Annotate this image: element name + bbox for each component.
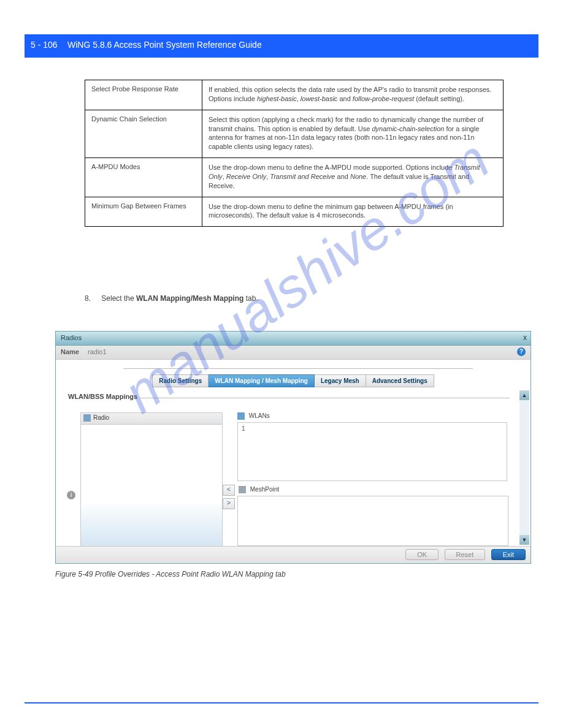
name-value: radio1 [88,348,107,355]
tab-legacy-mesh[interactable]: Legacy Mesh [315,374,366,387]
move-left-button[interactable]: < [223,485,235,496]
wlan-icon [237,412,245,420]
scroll-up-icon[interactable]: ▲ [519,390,529,400]
table-row: Select Probe Response RateIf enabled, th… [85,80,504,110]
step-text-b: tab. [246,294,258,303]
wlans-label-text: WLANs [249,412,270,419]
step-8: 8. Select the WLAN Mapping/Mesh Mapping … [85,294,258,303]
tab-radio-settings[interactable]: Radio Settings [152,374,209,387]
step-number: 8. [85,294,99,303]
param-desc: Use the drop-down menu to define the A-M… [202,158,504,197]
param-desc: Use the drop-down menu to define the min… [202,197,504,227]
tabstrip: Radio Settings WLAN Mapping / Mesh Mappi… [56,374,530,387]
param-desc: Select this option (applying a check mar… [202,110,504,157]
product-title: WiNG 5.8.6 Access Point System Reference… [67,40,262,50]
info-icon: i [67,491,75,499]
name-bar: Name radio1 ? [56,346,530,360]
scroll-track[interactable] [519,400,529,535]
page-header-bar: 5 - 106 WiNG 5.8.6 Access Point System R… [25,34,538,58]
param-name: A-MPDU Modes [85,158,202,197]
dialog-title: Radios [61,334,82,341]
parameter-table: Select Probe Response RateIf enabled, th… [85,80,504,227]
meshpoint-listbox[interactable] [237,496,508,546]
radio-icon [83,414,91,422]
radio-panel[interactable]: Radio [80,412,223,548]
move-buttons: < > [223,485,235,512]
dialog-titlebar: Radios x [56,332,530,346]
fieldset-label: WLAN/BSS Mappings [66,393,140,400]
param-name: Dynamic Chain Selection [85,110,202,157]
ok-button[interactable]: OK [405,549,439,560]
page-number: 5 - 106 [31,40,58,50]
param-desc: If enabled, this option selects the data… [202,80,504,110]
figure-caption: Figure 5-49 Profile Overrides - Access P… [55,570,286,578]
param-name: Select Probe Response Rate [85,80,202,110]
footer-divider [25,702,538,703]
reset-button[interactable]: Reset [445,549,486,560]
move-right-button[interactable]: > [223,498,235,509]
wlans-label: WLANs [237,412,270,420]
meshpoint-icon [239,486,246,493]
wlans-listbox[interactable]: 1 [237,422,507,481]
divider [123,368,473,369]
name-label: Name [61,348,79,355]
radio-header-text: Radio [93,414,109,421]
radios-dialog: Radios x Name radio1 ? Radio Settings WL… [55,331,531,564]
step-bold: WLAN Mapping/Mesh Mapping [136,294,243,303]
param-name: Minimum Gap Between Frames [85,197,202,227]
help-icon[interactable]: ? [517,347,526,356]
meshpoint-label: MeshPoint [239,486,279,493]
meshpoint-label-text: MeshPoint [250,486,279,493]
table-row: Minimum Gap Between FramesUse the drop-d… [85,197,504,227]
wlans-item[interactable]: 1 [242,425,245,432]
step-text-a: Select the [101,294,136,303]
dialog-button-row: OK Reset Exit [56,546,530,563]
tab-advanced-settings[interactable]: Advanced Settings [366,374,434,387]
table-row: A-MPDU ModesUse the drop-down menu to de… [85,158,504,197]
scroll-down-icon[interactable]: ▼ [519,535,529,545]
radio-panel-header: Radio [81,413,222,425]
close-icon[interactable]: x [523,333,527,342]
table-row: Dynamic Chain SelectionSelect this optio… [85,110,504,157]
tab-wlan-mesh-mapping[interactable]: WLAN Mapping / Mesh Mapping [209,374,315,387]
scrollbar[interactable]: ▲ ▼ [519,390,529,545]
exit-button[interactable]: Exit [491,549,526,560]
